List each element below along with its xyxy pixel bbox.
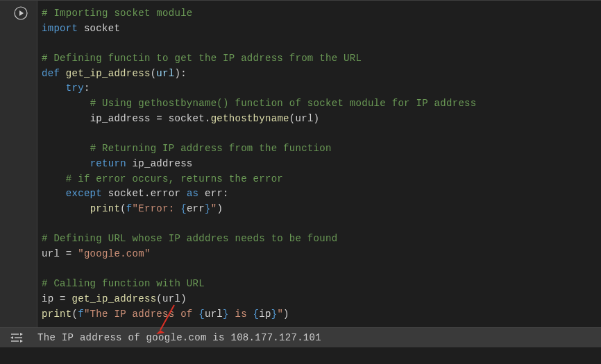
- code-token: ip_address: [133, 158, 193, 169]
- code-token: url: [162, 293, 180, 304]
- code-token: error: [151, 188, 181, 199]
- code-token: socket: [84, 23, 120, 34]
- output-text: The IP address of google.com is 108.177.…: [33, 332, 321, 343]
- code-token: ip: [42, 293, 53, 304]
- code-token: return: [90, 158, 126, 169]
- code-token: # Using gethostbyname() function of sock…: [90, 98, 477, 109]
- code-token: ip: [259, 309, 271, 320]
- code-token: err: [205, 188, 223, 199]
- code-token: # if error occurs, returns the error: [66, 173, 283, 184]
- output-gutter: [0, 333, 33, 343]
- code-cell: # Importing socket module import socket …: [0, 0, 601, 327]
- code-token: gethostbyname: [211, 113, 289, 124]
- code-token: def: [42, 68, 60, 79]
- code-token: "google.com": [78, 248, 150, 259]
- code-token: except: [66, 188, 102, 199]
- code-token: url: [296, 113, 314, 124]
- code-token: print: [90, 203, 121, 214]
- code-token: get_ip_address: [66, 68, 151, 79]
- code-token: as: [187, 188, 198, 199]
- code-token: url: [156, 68, 174, 79]
- code-token: "The IP address of: [84, 309, 198, 320]
- cell-gutter: [4, 1, 37, 327]
- code-token: # Calling function with URL: [42, 278, 205, 289]
- output-toggle-icon[interactable]: [10, 333, 23, 343]
- code-token: "Error:: [133, 203, 181, 214]
- code-token: # Defining URL whose IP adddres needs to…: [42, 233, 337, 244]
- code-token: get_ip_address: [72, 293, 157, 304]
- code-token: ip_address: [90, 113, 151, 124]
- code-token: import: [42, 23, 78, 34]
- play-icon[interactable]: [14, 6, 28, 20]
- svg-marker-5: [10, 336, 13, 339]
- svg-marker-7: [20, 340, 23, 343]
- code-token: socket: [108, 188, 144, 199]
- code-token: f: [126, 203, 133, 214]
- code-token: f: [78, 309, 84, 320]
- code-token: url: [42, 248, 60, 259]
- svg-marker-1: [19, 10, 24, 16]
- code-token: # Importing socket module: [42, 8, 193, 19]
- svg-marker-3: [20, 333, 23, 336]
- code-token: url: [205, 309, 223, 320]
- code-token: is: [229, 309, 253, 320]
- output-cell: The IP address of google.com is 108.177.…: [0, 327, 601, 347]
- code-token: print: [42, 309, 72, 320]
- code-token: ": [277, 309, 283, 320]
- code-token: err: [187, 203, 205, 214]
- code-token: # Defining functin to get the IP address…: [42, 53, 362, 64]
- code-token: # Returning IP address from the function: [90, 143, 332, 154]
- code-token: try: [66, 83, 84, 94]
- code-editor[interactable]: # Importing socket module import socket …: [37, 1, 601, 327]
- code-token: socket: [169, 113, 205, 124]
